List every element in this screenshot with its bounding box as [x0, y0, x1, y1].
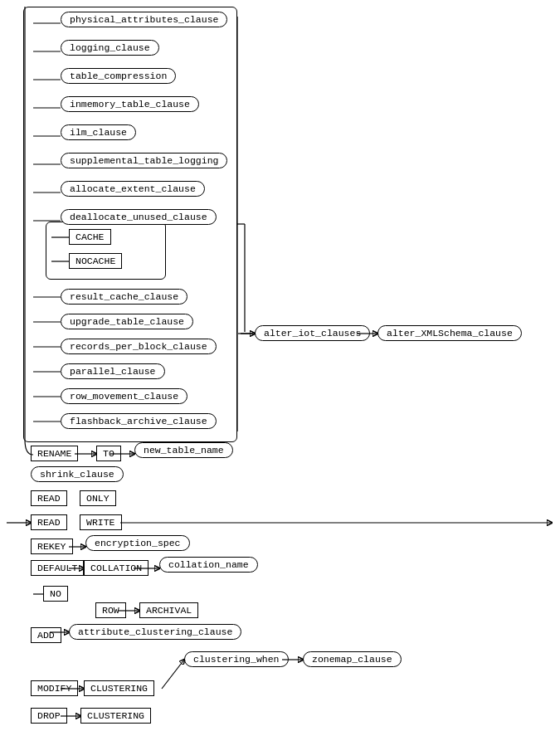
node-nocache: NOCACHE: [69, 253, 122, 269]
node-no: NO: [43, 586, 68, 602]
node-to: TO: [96, 446, 121, 461]
node-alter-iot-clauses: alter_iot_clauses: [255, 325, 370, 341]
node-modify: MODIFY: [31, 680, 78, 696]
node-collation: COLLATION: [84, 560, 149, 576]
node-rekey: REKEY: [31, 539, 73, 554]
node-zonemap-clause: zonemap_clause: [303, 651, 402, 667]
node-only: ONLY: [80, 490, 116, 506]
node-read-write-read: READ: [31, 514, 67, 530]
svg-line-27: [162, 660, 184, 689]
node-encryption-spec: encryption_spec: [85, 535, 190, 551]
node-rename: RENAME: [31, 446, 78, 461]
syntax-diagram: physical_attributes_clause logging_claus…: [0, 0, 560, 731]
node-alter-xmlschema-clause: alter_XMLSchema_clause: [377, 325, 522, 341]
node-row: ROW: [95, 602, 126, 618]
node-parallel-clause: parallel_clause: [61, 363, 165, 379]
node-physical-attributes-clause: physical_attributes_clause: [61, 12, 227, 27]
node-upgrade-table-clause: upgrade_table_clause: [61, 314, 193, 329]
node-write: WRITE: [80, 514, 122, 530]
node-collation-name: collation_name: [159, 557, 258, 573]
node-shrink-clause: shrink_clause: [31, 466, 124, 482]
node-table-compression: table_compression: [61, 68, 176, 84]
node-deallocate-unused-clause: deallocate_unused_clause: [61, 209, 217, 225]
node-clustering-modify: CLUSTERING: [84, 680, 154, 696]
node-records-per-block-clause: records_per_block_clause: [61, 339, 217, 354]
node-read-only-read: READ: [31, 490, 67, 506]
node-cache: CACHE: [69, 229, 111, 245]
node-logging-clause: logging_clause: [61, 40, 159, 56]
node-attribute-clustering-clause: attribute_clustering_clause: [69, 624, 241, 640]
node-default: DEFAULT: [31, 560, 84, 576]
node-flashback-archive-clause: flashback_archive_clause: [61, 413, 217, 429]
node-ilm-clause: ilm_clause: [61, 124, 136, 140]
node-inmemory-table-clause: inmemory_table_clause: [61, 96, 199, 112]
node-allocate-extent-clause: allocate_extent_clause: [61, 181, 205, 197]
node-supplemental-table-logging: supplemental_table_logging: [61, 153, 227, 168]
node-new-table-name: new_table_name: [134, 442, 233, 458]
node-clustering-drop: CLUSTERING: [80, 708, 151, 724]
node-row-movement-clause: row_movement_clause: [61, 388, 187, 404]
node-archival: ARCHIVAL: [139, 602, 198, 618]
node-add: ADD: [31, 627, 61, 643]
node-drop: DROP: [31, 708, 67, 724]
node-result-cache-clause: result_cache_clause: [61, 289, 187, 305]
node-clustering-when: clustering_when: [184, 651, 289, 667]
